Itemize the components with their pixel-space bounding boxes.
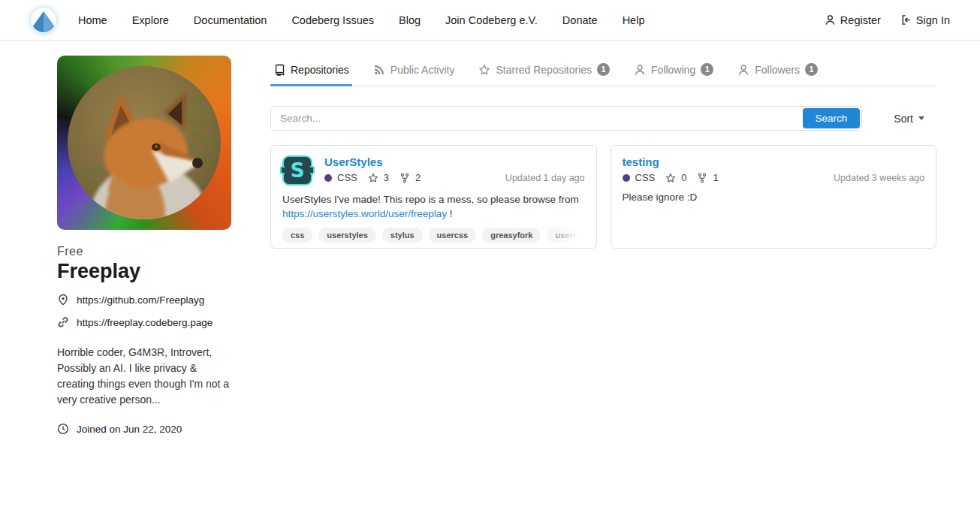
star-icon (478, 64, 490, 76)
followers-count-badge: 1 (805, 63, 818, 76)
fork-count: 1 (713, 172, 718, 183)
sort-label: Sort (894, 113, 913, 125)
fox-photo (68, 66, 221, 219)
nav-item-blog[interactable]: Blog (399, 14, 421, 26)
clock-icon (57, 423, 69, 435)
repo-link-userstyles[interactable]: UserStyles (324, 155, 585, 168)
profile-website-row: https://freeplay.codeberg.page (57, 316, 231, 328)
profile-username: Free (57, 245, 231, 258)
sort-dropdown[interactable]: Sort (894, 113, 924, 125)
top-navigation: Home Explore Documentation Codeberg Issu… (0, 0, 980, 41)
language-label: CSS (635, 172, 656, 183)
main-content: Free Freeplay https://github.com/Freepla… (0, 41, 980, 435)
repo-list: S UserStyles CSS 3 (270, 145, 936, 249)
nav-item-codeberg-issues[interactable]: Codeberg Issues (291, 14, 374, 26)
sign-in-label: Sign In (916, 14, 950, 26)
following-count-badge: 1 (701, 63, 713, 76)
register-label: Register (840, 14, 881, 26)
star-icon (368, 173, 378, 183)
description-link[interactable]: https://userstyles.world/user/freeplay (282, 208, 447, 219)
repo-avatar-userstyles: S (282, 155, 312, 186)
profile-tabbar: Repositories Public Activity (270, 56, 936, 86)
fork-icon (400, 173, 410, 183)
profile-bio: Horrible coder, G4M3R, Introvert, Possib… (57, 345, 231, 408)
person-icon (825, 14, 836, 26)
nav-item-join-codeberg[interactable]: Join Codeberg e.V. (445, 14, 538, 26)
avatar-notch (310, 166, 315, 174)
person-icon (737, 64, 749, 76)
link-icon (57, 316, 69, 328)
topic-pill[interactable]: stylus (382, 228, 423, 243)
tab-starred-label: Starred Repositories (496, 64, 592, 76)
codeberg-mountain-icon (31, 8, 56, 33)
repo-updated: Updated 1 day ago (505, 173, 585, 183)
codeberg-logo[interactable] (30, 7, 57, 34)
repo-card-userstyles: S UserStyles CSS 3 (270, 145, 597, 249)
nav-item-documentation[interactable]: Documentation (194, 14, 267, 26)
avatar-notch (280, 166, 285, 174)
repo-description: UserStyles I've made! This repo is a mes… (282, 193, 585, 221)
description-text: UserStyles I've made! This repo is a mes… (282, 194, 579, 205)
profile-sidebar: Free Freeplay https://github.com/Freepla… (57, 56, 231, 435)
search-input[interactable] (271, 107, 801, 130)
topic-pill[interactable]: greasyfork (482, 228, 541, 243)
tab-starred-repositories[interactable]: Starred Repositories 1 (475, 56, 613, 86)
profile-website-text[interactable]: https://freeplay.codeberg.page (77, 317, 213, 328)
repo-meta: CSS 0 (623, 172, 925, 183)
profile-main: Repositories Public Activity (270, 56, 936, 435)
fork-count: 2 (415, 172, 421, 183)
profile-joined-row: Joined on Jun 22, 2020 (57, 423, 231, 435)
language-dot (324, 174, 332, 182)
profile-location-text: https://github.com/Freeplayg (77, 294, 204, 306)
tab-public-activity[interactable]: Public Activity (370, 56, 458, 86)
profile-location-row: https://github.com/Freeplayg (57, 294, 231, 306)
repo-topics: css userstyles stylus usercss greasyfork… (282, 228, 585, 243)
search-button[interactable]: Search (803, 108, 861, 128)
topic-pill[interactable]: userstyle (547, 228, 584, 243)
sign-in-icon (900, 14, 912, 26)
tab-repositories[interactable]: Repositories (270, 56, 352, 86)
nav-auth: Register Sign In (825, 14, 950, 26)
topic-pill[interactable]: usercss (429, 228, 477, 243)
star-count: 0 (681, 172, 686, 183)
repo-card-testing: testing CSS 0 (611, 145, 937, 249)
person-icon (634, 64, 646, 76)
repo-meta: CSS 3 (324, 172, 585, 183)
tab-public-activity-label: Public Activity (390, 64, 455, 76)
fork-icon (697, 173, 707, 183)
rss-icon (373, 64, 385, 76)
tab-followers-label: Followers (755, 64, 800, 76)
star-count: 3 (384, 172, 389, 183)
profile-joined-text: Joined on Jun 22, 2020 (77, 424, 182, 435)
repo-description: Please ignore :D (623, 191, 925, 205)
nav-item-help[interactable]: Help (623, 14, 645, 26)
location-pin-icon (57, 294, 69, 306)
search-group: Search (270, 106, 862, 131)
topic-pill[interactable]: userstyles (318, 228, 375, 243)
topic-pill[interactable]: css (282, 228, 312, 243)
description-text: Please ignore :D (623, 192, 698, 203)
nav-links: Home Explore Documentation Codeberg Issu… (78, 14, 644, 26)
language-dot (623, 174, 630, 182)
tab-followers[interactable]: Followers 1 (734, 56, 821, 86)
nav-item-explore[interactable]: Explore (132, 14, 169, 26)
repo-icon (273, 64, 285, 76)
nav-item-donate[interactable]: Donate (562, 14, 598, 26)
repo-updated: Updated 3 weeks ago (834, 173, 924, 183)
repo-search-row: Search Sort (270, 106, 936, 131)
user-avatar[interactable] (57, 56, 231, 230)
tab-following[interactable]: Following 1 (631, 56, 716, 86)
profile-display-name: Freeplay (57, 260, 231, 283)
starred-count-badge: 1 (597, 63, 610, 76)
nav-item-home[interactable]: Home (78, 14, 107, 26)
repo-link-testing[interactable]: testing (623, 155, 925, 168)
tab-repositories-label: Repositories (291, 64, 349, 76)
chevron-down-icon (918, 116, 924, 120)
sign-in-button[interactable]: Sign In (900, 14, 950, 26)
description-suffix: ! (447, 208, 453, 219)
star-icon (665, 173, 676, 183)
avatar-letter: S (291, 161, 305, 180)
tab-following-label: Following (651, 64, 695, 76)
language-label: CSS (337, 172, 357, 183)
register-button[interactable]: Register (825, 14, 881, 26)
